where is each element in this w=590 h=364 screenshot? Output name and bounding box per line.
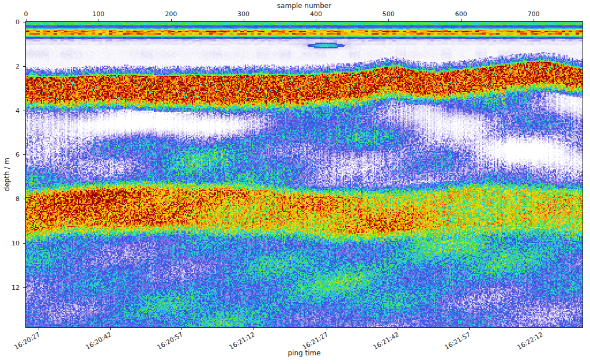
top-tick-label: 300 [237,10,249,18]
left-tick-label: 10 [1,240,20,247]
left-tick-mark [23,154,25,155]
left-tick-mark [23,243,25,244]
bottom-tick-mark [542,328,542,330]
bottom-tick-mark [327,328,327,330]
top-tick-mark [171,19,172,21]
left-tick-mark [23,199,25,199]
bottom-tick-mark [181,328,182,330]
left-tick-label: 12 [1,283,20,291]
left-tick-mark [23,22,25,22]
top-tick-label: 600 [455,10,467,18]
top-tick-label: 100 [92,10,104,18]
left-tick-label: 2 [1,62,20,70]
left-axis-label: depth / m [3,158,11,191]
bottom-tick-mark [469,328,470,330]
top-tick-label: 200 [165,10,177,18]
top-tick-label: 0 [24,10,28,18]
top-tick-mark [534,19,534,21]
top-tick-mark [388,19,389,21]
left-tick-mark [23,111,25,111]
top-tick-mark [99,19,99,21]
echogram-figure: sample number depth / m ping time 010020… [0,0,590,364]
bottom-tick-label-text: 16:21:27 [301,331,329,351]
bottom-tick-mark [39,328,39,330]
bottom-tick-label-text: 16:21:42 [372,331,400,351]
bottom-tick-mark [398,328,398,330]
top-axis-label: sample number [277,2,331,10]
left-tick-label: 0 [1,18,20,26]
echogram-canvas [26,22,583,327]
left-tick-mark [23,287,25,288]
left-tick-label: 8 [1,195,20,203]
bottom-tick-label-text: 16:21:57 [443,331,471,351]
left-tick-label: 4 [1,107,20,114]
top-tick-mark [26,19,27,21]
top-tick-mark [244,19,244,21]
bottom-tick-mark [110,328,111,330]
left-tick-mark [23,66,25,67]
left-tick-label: 6 [1,151,20,158]
bottom-tick-label-text: 16:21:12 [228,331,256,351]
top-tick-label: 700 [528,10,540,18]
bottom-tick-label-text: 16:22:12 [516,331,544,351]
top-tick-label: 500 [383,10,395,18]
top-tick-mark [316,19,316,21]
bottom-tick-label-text: 16:20:57 [156,331,184,351]
top-tick-mark [461,19,462,21]
bottom-tick-label-text: 16:20:42 [84,331,112,351]
top-tick-label: 400 [310,10,322,18]
bottom-tick-label-text: 16:20:27 [13,331,41,351]
bottom-tick-mark [254,328,254,330]
